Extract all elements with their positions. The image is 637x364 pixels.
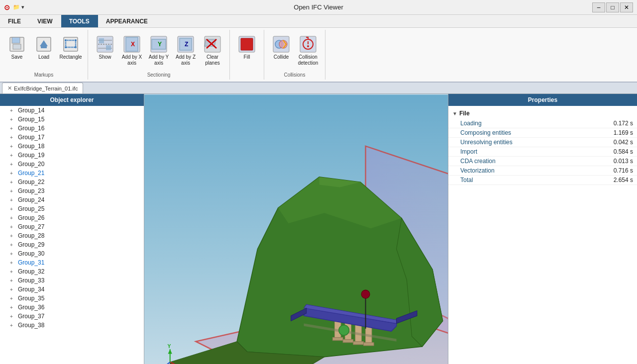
add-by-z-button[interactable]: Z Add by Z axis — [173, 33, 199, 69]
tree-item-g36[interactable]: + Group_36 — [0, 303, 144, 312]
tree-item-g35[interactable]: + Group_35 — [0, 294, 144, 303]
tree-item-g28[interactable]: + Group_28 — [0, 231, 144, 240]
tree-item-label: Group_14 — [18, 107, 44, 114]
svg-point-8 — [65, 39, 67, 41]
markups-group-label: Markups — [34, 71, 53, 79]
menu-bar: FILE VIEW TOOLS APPEARANCE — [0, 15, 637, 28]
tree-item-g37[interactable]: + Group_37 — [0, 312, 144, 321]
properties-panel: Properties ▼ File Loading 0.172 s Compos… — [448, 94, 637, 364]
tree-item-label: Group_19 — [18, 152, 44, 159]
tree-item-label: Group_16 — [18, 125, 44, 132]
tree-item-g22[interactable]: + Group_22 — [0, 178, 144, 186]
title-bar-controls: – □ ✕ — [592, 2, 633, 12]
svg-text:Z: Z — [185, 41, 188, 48]
fill-button[interactable]: Fill — [234, 33, 260, 69]
expand-icon: + — [10, 117, 16, 122]
tree-item-label: Group_32 — [18, 268, 44, 275]
expand-icon: + — [10, 296, 16, 301]
tree-item-g27[interactable]: + Group_27 — [0, 222, 144, 231]
tree-item-g19[interactable]: + Group_19 — [0, 151, 144, 160]
property-row: Total 2.654 s — [448, 176, 637, 185]
clear-planes-button[interactable]: Clear planes — [200, 33, 225, 69]
add-by-x-button[interactable]: X Add by X axis — [119, 33, 145, 69]
menu-view[interactable]: VIEW — [29, 15, 61, 27]
tree-item-label: Group_25 — [18, 205, 44, 212]
tree-item-g23[interactable]: + Group_23 — [0, 186, 144, 195]
ribbon-group-sectioning: Show X Add by X axis — [88, 30, 230, 80]
show-button[interactable]: Show — [92, 33, 118, 69]
load-icon — [35, 35, 53, 53]
properties-header: Properties — [448, 94, 637, 106]
prop-name: Vectorization — [460, 167, 614, 174]
tree-item-g33[interactable]: + Group_33 — [0, 276, 144, 285]
svg-rect-13 — [99, 38, 104, 43]
tree-item-g31[interactable]: + Group_31 — [0, 258, 144, 267]
ribbon-group-collisions: Collide Collision detection Collisions — [264, 30, 325, 80]
collision-detection-icon — [299, 35, 317, 53]
tree-item-g29[interactable]: + Group_29 — [0, 240, 144, 249]
fill-label: Fill — [244, 54, 250, 60]
property-row: Loading 0.172 s — [448, 119, 637, 128]
expand-icon: + — [10, 188, 16, 194]
tree-item-g20[interactable]: + Group_20 — [0, 160, 144, 169]
tree-item-g25[interactable]: + Group_25 — [0, 204, 144, 213]
collision-detection-button[interactable]: Collision detection — [295, 33, 321, 69]
expand-icon: + — [10, 197, 16, 203]
tree-item-g18[interactable]: + Group_18 — [0, 142, 144, 151]
tab-file1[interactable]: ✕ ExIfcBridge_Terrain_01.ifc — [2, 83, 83, 93]
prop-name: CDA creation — [460, 158, 614, 165]
svg-point-59 — [361, 290, 370, 298]
tree-item-g32[interactable]: + Group_32 — [0, 267, 144, 276]
add-by-y-icon: Y — [150, 35, 168, 53]
svg-text:X: X — [131, 41, 135, 48]
menu-tools[interactable]: TOOLS — [61, 15, 98, 27]
tree-item-g30[interactable]: + Group_30 — [0, 249, 144, 258]
maximize-button[interactable]: □ — [606, 2, 619, 12]
tree-item-label: Group_36 — [18, 304, 44, 311]
tree-item-g34[interactable]: + Group_34 — [0, 285, 144, 294]
tree-item-label: Group_28 — [18, 232, 44, 239]
add-by-y-button[interactable]: Y Add by Y axis — [146, 33, 172, 69]
tree-item-g17[interactable]: + Group_17 — [0, 133, 144, 142]
menu-appearance[interactable]: APPEARANCE — [98, 15, 156, 27]
menu-file[interactable]: FILE — [0, 15, 29, 27]
tree-item-label: Group_35 — [18, 295, 44, 302]
tree-item-label: Group_37 — [18, 313, 44, 320]
rectangle-icon — [62, 35, 80, 53]
add-by-x-label: Add by X axis — [120, 54, 143, 66]
expand-icon: + — [10, 260, 16, 266]
object-explorer-content[interactable]: + Group_14 + Group_15 + Group_16 + Group… — [0, 106, 144, 364]
tree-item-g16[interactable]: + Group_16 — [0, 124, 144, 133]
svg-point-60 — [339, 325, 349, 336]
tree-item-label: Group_30 — [18, 250, 44, 257]
expand-icon: + — [10, 162, 16, 167]
viewport[interactable]: X Y Z — [144, 94, 448, 364]
tree-item-g21[interactable]: + Group_21 — [0, 169, 144, 178]
tab-close-icon[interactable]: ✕ — [7, 85, 12, 91]
tree-item-g14[interactable]: + Group_14 — [0, 106, 144, 115]
tree-item-label: Group_23 — [18, 187, 44, 194]
properties-section-file[interactable]: ▼ File — [448, 108, 637, 119]
svg-rect-51 — [353, 342, 364, 345]
save-icon — [8, 35, 26, 53]
tree-item-g15[interactable]: + Group_15 — [0, 115, 144, 124]
save-button[interactable]: Save — [4, 33, 30, 69]
close-button[interactable]: ✕ — [620, 2, 633, 12]
expand-icon: + — [10, 242, 16, 248]
collide-button[interactable]: Collide — [268, 33, 294, 69]
tree-item-g38[interactable]: + Group_38 — [0, 321, 144, 330]
expand-icon: + — [10, 269, 16, 274]
collide-icon — [272, 35, 290, 53]
load-button[interactable]: Load — [31, 33, 57, 69]
expand-icon: + — [10, 314, 16, 319]
minimize-button[interactable]: – — [592, 2, 605, 12]
prop-name: Import — [460, 148, 614, 155]
tree-item-g26[interactable]: + Group_26 — [0, 213, 144, 222]
expand-icon: + — [10, 144, 16, 149]
expand-icon: + — [10, 233, 16, 239]
rectangle-button[interactable]: Rectangle — [58, 33, 84, 69]
folder-dropdown[interactable]: 📁 ▾ — [13, 4, 24, 10]
tree-item-label: Group_26 — [18, 214, 44, 221]
tree-item-g24[interactable]: + Group_24 — [0, 195, 144, 204]
save-label: Save — [11, 54, 23, 60]
